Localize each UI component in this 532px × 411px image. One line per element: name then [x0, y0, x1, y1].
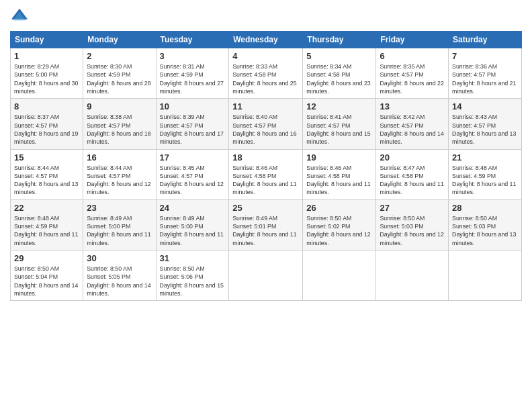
day-number: 9	[87, 101, 152, 111]
day-info: Sunrise: 8:31 AMSunset: 4:59 PMDaylight:…	[160, 63, 224, 95]
calendar-day-cell: 27 Sunrise: 8:50 AMSunset: 5:03 PMDaylig…	[376, 199, 449, 250]
day-number: 8	[14, 101, 79, 111]
calendar-week-row: 29 Sunrise: 8:50 AMSunset: 5:04 PMDaylig…	[11, 250, 522, 301]
day-number: 29	[14, 253, 79, 263]
day-info: Sunrise: 8:39 AMSunset: 4:57 PMDaylight:…	[160, 113, 224, 145]
calendar-day-cell: 28 Sunrise: 8:50 AMSunset: 5:03 PMDaylig…	[449, 199, 522, 250]
empty-cell	[449, 250, 522, 301]
day-number: 27	[380, 203, 445, 213]
calendar-day-cell: 19 Sunrise: 8:46 AMSunset: 4:58 PMDaylig…	[303, 149, 376, 199]
day-info: Sunrise: 8:42 AMSunset: 4:57 PMDaylight:…	[380, 113, 443, 145]
day-info: Sunrise: 8:46 AMSunset: 4:58 PMDaylight:…	[232, 165, 296, 196]
day-number: 1	[14, 51, 79, 61]
day-number: 24	[160, 203, 226, 213]
day-info: Sunrise: 8:34 AMSunset: 4:58 PMDaylight:…	[306, 63, 370, 95]
day-info: Sunrise: 8:49 AMSunset: 5:01 PMDaylight:…	[232, 215, 296, 246]
day-number: 10	[160, 101, 226, 111]
day-number: 17	[160, 152, 226, 163]
calendar-day-cell: 1 Sunrise: 8:29 AMSunset: 5:00 PMDayligh…	[11, 48, 83, 99]
day-number: 5	[306, 51, 372, 61]
calendar-day-cell: 10 Sunrise: 8:39 AMSunset: 4:57 PMDaylig…	[156, 99, 229, 149]
calendar-day-cell: 23 Sunrise: 8:49 AMSunset: 5:00 PMDaylig…	[83, 199, 156, 250]
day-info: Sunrise: 8:49 AMSunset: 5:00 PMDaylight:…	[160, 215, 224, 246]
day-number: 7	[452, 51, 518, 61]
day-number: 22	[14, 203, 79, 213]
day-number: 3	[160, 51, 226, 61]
calendar-day-cell: 25 Sunrise: 8:49 AMSunset: 5:01 PMDaylig…	[229, 199, 303, 250]
logo-icon	[10, 7, 29, 26]
day-number: 23	[87, 203, 152, 213]
day-number: 14	[452, 101, 518, 111]
empty-cell	[303, 250, 376, 301]
day-number: 31	[160, 253, 226, 263]
day-info: Sunrise: 8:36 AMSunset: 4:57 PMDaylight:…	[452, 63, 516, 95]
day-number: 20	[380, 152, 445, 163]
day-info: Sunrise: 8:44 AMSunset: 4:57 PMDaylight:…	[87, 165, 150, 196]
empty-cell	[229, 250, 303, 301]
calendar-day-cell: 8 Sunrise: 8:37 AMSunset: 4:57 PMDayligh…	[11, 99, 83, 149]
calendar-day-cell: 7 Sunrise: 8:36 AMSunset: 4:57 PMDayligh…	[449, 48, 522, 99]
calendar-day-cell: 11 Sunrise: 8:40 AMSunset: 4:57 PMDaylig…	[229, 99, 303, 149]
day-info: Sunrise: 8:41 AMSunset: 4:57 PMDaylight:…	[306, 113, 370, 145]
calendar-header-row: SundayMondayTuesdayWednesdayThursdayFrid…	[11, 32, 522, 48]
day-number: 2	[87, 51, 152, 61]
day-info: Sunrise: 8:50 AMSunset: 5:04 PMDaylight:…	[14, 265, 78, 297]
day-info: Sunrise: 8:50 AMSunset: 5:05 PMDaylight:…	[87, 265, 150, 297]
day-number: 13	[380, 101, 445, 111]
calendar-day-cell: 29 Sunrise: 8:50 AMSunset: 5:04 PMDaylig…	[11, 250, 83, 301]
weekday-header-friday: Friday	[376, 32, 449, 48]
calendar-day-cell: 6 Sunrise: 8:35 AMSunset: 4:57 PMDayligh…	[376, 48, 449, 99]
weekday-header-saturday: Saturday	[449, 32, 522, 48]
calendar-week-row: 8 Sunrise: 8:37 AMSunset: 4:57 PMDayligh…	[11, 99, 522, 149]
calendar-day-cell: 17 Sunrise: 8:45 AMSunset: 4:57 PMDaylig…	[156, 149, 229, 199]
day-info: Sunrise: 8:33 AMSunset: 4:58 PMDaylight:…	[232, 63, 296, 95]
day-info: Sunrise: 8:47 AMSunset: 4:58 PMDaylight:…	[380, 165, 443, 196]
day-number: 25	[232, 203, 299, 213]
calendar-day-cell: 3 Sunrise: 8:31 AMSunset: 4:59 PMDayligh…	[156, 48, 229, 99]
calendar-day-cell: 18 Sunrise: 8:46 AMSunset: 4:58 PMDaylig…	[229, 149, 303, 199]
calendar-day-cell: 31 Sunrise: 8:50 AMSunset: 5:06 PMDaylig…	[156, 250, 229, 301]
day-number: 12	[306, 101, 372, 111]
calendar-day-cell: 4 Sunrise: 8:33 AMSunset: 4:58 PMDayligh…	[229, 48, 303, 99]
day-number: 18	[232, 152, 299, 163]
calendar-day-cell: 26 Sunrise: 8:50 AMSunset: 5:02 PMDaylig…	[303, 199, 376, 250]
day-info: Sunrise: 8:50 AMSunset: 5:06 PMDaylight:…	[160, 265, 224, 297]
day-info: Sunrise: 8:48 AMSunset: 4:59 PMDaylight:…	[14, 215, 78, 246]
weekday-header-monday: Monday	[83, 32, 156, 48]
calendar-week-row: 1 Sunrise: 8:29 AMSunset: 5:00 PMDayligh…	[11, 48, 522, 99]
calendar-week-row: 22 Sunrise: 8:48 AMSunset: 4:59 PMDaylig…	[11, 199, 522, 250]
day-info: Sunrise: 8:46 AMSunset: 4:58 PMDaylight:…	[306, 165, 370, 196]
day-number: 4	[232, 51, 299, 61]
calendar-day-cell: 15 Sunrise: 8:44 AMSunset: 4:57 PMDaylig…	[11, 149, 83, 199]
header	[10, 7, 522, 26]
weekday-header-sunday: Sunday	[11, 32, 83, 48]
day-info: Sunrise: 8:48 AMSunset: 4:59 PMDaylight:…	[452, 165, 516, 196]
calendar-day-cell: 14 Sunrise: 8:43 AMSunset: 4:57 PMDaylig…	[449, 99, 522, 149]
day-number: 6	[380, 51, 445, 61]
day-number: 15	[14, 152, 79, 163]
calendar-day-cell: 24 Sunrise: 8:49 AMSunset: 5:00 PMDaylig…	[156, 199, 229, 250]
day-number: 28	[452, 203, 518, 213]
calendar-day-cell: 13 Sunrise: 8:42 AMSunset: 4:57 PMDaylig…	[376, 99, 449, 149]
weekday-header-thursday: Thursday	[303, 32, 376, 48]
day-info: Sunrise: 8:43 AMSunset: 4:57 PMDaylight:…	[452, 113, 516, 145]
calendar-day-cell: 5 Sunrise: 8:34 AMSunset: 4:58 PMDayligh…	[303, 48, 376, 99]
day-info: Sunrise: 8:35 AMSunset: 4:57 PMDaylight:…	[380, 63, 443, 95]
day-info: Sunrise: 8:44 AMSunset: 4:57 PMDaylight:…	[14, 165, 78, 196]
day-number: 30	[87, 253, 152, 263]
day-number: 16	[87, 152, 152, 163]
day-info: Sunrise: 8:45 AMSunset: 4:57 PMDaylight:…	[160, 165, 224, 196]
day-info: Sunrise: 8:40 AMSunset: 4:57 PMDaylight:…	[232, 113, 296, 145]
calendar-week-row: 15 Sunrise: 8:44 AMSunset: 4:57 PMDaylig…	[11, 149, 522, 199]
calendar-day-cell: 12 Sunrise: 8:41 AMSunset: 4:57 PMDaylig…	[303, 99, 376, 149]
calendar-day-cell: 16 Sunrise: 8:44 AMSunset: 4:57 PMDaylig…	[83, 149, 156, 199]
calendar-day-cell: 2 Sunrise: 8:30 AMSunset: 4:59 PMDayligh…	[83, 48, 156, 99]
empty-cell	[376, 250, 449, 301]
day-info: Sunrise: 8:38 AMSunset: 4:57 PMDaylight:…	[87, 113, 150, 145]
page: SundayMondayTuesdayWednesdayThursdayFrid…	[0, 0, 532, 411]
weekday-header-wednesday: Wednesday	[229, 32, 303, 48]
day-info: Sunrise: 8:50 AMSunset: 5:03 PMDaylight:…	[380, 215, 443, 246]
day-info: Sunrise: 8:37 AMSunset: 4:57 PMDaylight:…	[14, 113, 78, 145]
day-number: 26	[306, 203, 372, 213]
day-info: Sunrise: 8:49 AMSunset: 5:00 PMDaylight:…	[87, 215, 150, 246]
